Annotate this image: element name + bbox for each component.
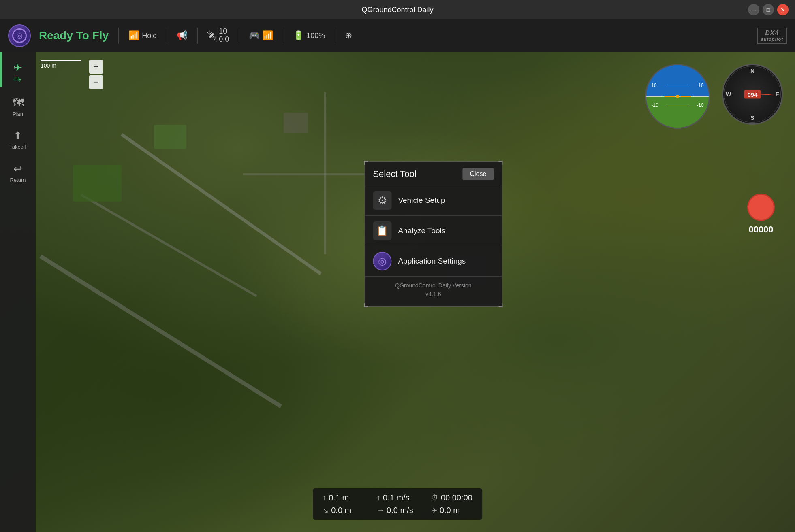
fly-icon: ✈ [13,62,22,74]
time-item: ⏱ 00:00:00 [431,493,472,502]
satellite-icon: 🛰 [207,30,216,41]
ai-reticle [664,95,691,98]
gps-control[interactable]: ⊕ [345,30,352,41]
hold-control[interactable]: 📶 Hold [128,30,157,41]
minimize-button[interactable]: ─ [748,4,759,15]
corner-tr [498,161,502,165]
speaker-icon: 📢 [177,30,188,41]
signal-bars-icon: 📶 [262,30,273,41]
joystick-icon: 🎮 [249,30,260,41]
plan-label: Plan [13,111,23,117]
top-toolbar: ◎ Ready To Fly 📶 Hold 📢 🛰 10 0.0 🎮 📶 🔋 1… [0,19,795,52]
status-bar: ↑ 0.1 m ↑ 0.1 m/s ⏱ 00:00:00 ↘ 0.0 m → 0… [313,488,482,520]
ai-ground [646,96,709,128]
ai-label-10-top-right: 10 [698,83,703,88]
altitude-up-value: 0.1 m [329,493,349,502]
window-title: QGroundControl Daily [361,6,433,14]
altitude-down-icon: ↘ [323,506,329,515]
application-settings-label: Application Settings [398,257,466,266]
dist-icon: ✈ [431,506,437,515]
logo-symbol: ◎ [16,31,23,40]
zoom-out-button[interactable]: − [89,75,103,89]
altitude-down-value: 0.0 m [331,506,351,515]
separator-5 [283,28,283,44]
maximize-button[interactable]: □ [763,4,774,15]
compass-east: E [776,91,779,98]
separator-4 [239,28,239,44]
scale-line [41,60,81,61]
compass-south: S [750,115,754,121]
battery-control[interactable]: 🔋 100% [293,30,325,41]
version-line2: v4.1.6 [365,290,502,298]
plan-icon: 🗺 [12,96,24,109]
scale-label: 100 m [41,62,56,69]
sidebar-item-return[interactable]: ↩ Return [2,157,34,189]
battery-icon: 🔋 [293,30,304,41]
takeoff-icon: ⬆ [13,130,22,142]
corner-bl [364,303,368,307]
window-controls: ─ □ ✕ [748,4,789,15]
sidebar-item-takeoff[interactable]: ⬆ Takeoff [2,124,34,155]
altitude-up-item: ↑ 0.1 m [323,493,364,502]
analyze-tools-icon: 📋 [373,221,391,240]
joystick-control[interactable]: 🎮 📶 [249,30,273,41]
analyze-tools-item[interactable]: 📋 Analyze Tools [365,216,502,246]
record-count: 00000 [747,224,775,235]
altitude-down-item: ↘ 0.0 m [323,506,364,515]
crosshair-icon: ⊕ [345,30,352,41]
close-button[interactable]: ✕ [777,4,789,15]
separator-1 [118,28,119,44]
dist-value: 0.0 m [440,506,460,515]
time-value: 00:00:00 [441,493,472,502]
version-line1: QGroundControl Daily Version [365,281,502,290]
flight-status: Ready To Fly [39,29,109,42]
record-button-area: 00000 [747,194,775,235]
waveform-icon: 📶 [128,30,139,41]
modal-title: Select Tool [373,169,416,179]
px4-logo: DX4 autopilot [757,28,787,44]
hold-label: Hold [142,32,157,40]
ai-reticle-left [664,96,675,97]
fly-label: Fly [14,76,21,82]
vehicle-setup-item[interactable]: ⚙ Vehicle Setup [365,185,502,216]
signal-value: 10 [219,28,229,36]
active-indicator [0,52,2,87]
separator-3 [197,28,198,44]
sidebar: ✈ Fly 🗺 Plan ⬆ Takeoff ↩ Return [0,52,36,532]
app-logo[interactable]: ◎ [8,24,31,47]
return-icon: ↩ [13,163,22,175]
clock-icon: ⏱ [431,494,438,502]
sidebar-item-plan[interactable]: 🗺 Plan [2,91,34,122]
corner-tl [364,161,368,165]
map-area[interactable]: ✈ Fly 🗺 Plan ⬆ Takeoff ↩ Return 100 m + … [0,52,795,532]
attitude-indicator: 10 10 -10 -10 [645,64,710,129]
application-settings-icon: ◎ [373,252,391,270]
ai-label-10-top: 10 [651,83,656,88]
separator-2 [167,28,167,44]
separator-6 [335,28,335,44]
speed-right-icon: → [377,506,384,515]
speed-up-item: ↑ 0.1 m/s [377,493,418,502]
scale-bar: 100 m [41,60,81,69]
record-button[interactable] [747,194,775,221]
speaker-control[interactable]: 📢 [177,30,188,41]
modal-header: Select Tool Close [365,162,502,185]
battery-percent: 100% [306,32,325,40]
speed-up-value: 0.1 m/s [383,493,410,502]
modal-footer: QGroundControl Daily Version v4.1.6 [365,277,502,298]
ai-label-10-bot: -10 [651,102,658,108]
document-icon: 📋 [376,225,388,236]
return-label: Return [10,177,26,183]
signal-control[interactable]: 🛰 10 0.0 [207,28,229,44]
modal-close-button[interactable]: Close [462,168,494,180]
speed-right-value: 0.0 m/s [387,506,413,515]
zoom-in-button[interactable]: + [89,60,103,74]
application-settings-item[interactable]: ◎ Application Settings [365,246,502,277]
select-tool-modal: Select Tool Close ⚙ Vehicle Setup 📋 Anal… [364,161,502,307]
settings-circle-icon: ◎ [378,255,387,267]
ai-tick-lower [665,106,690,106]
compass-north: N [750,68,754,74]
ai-reticle-center [676,95,679,98]
ai-label-10-bot-right: -10 [697,102,703,108]
sidebar-item-fly[interactable]: ✈ Fly [2,56,34,87]
